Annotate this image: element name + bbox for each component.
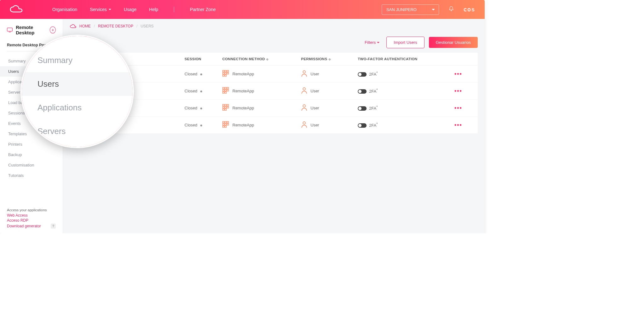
status-dot-icon	[200, 125, 202, 126]
svg-rect-2	[225, 70, 226, 72]
nav-partner-zone[interactable]: Partner Zone	[190, 7, 216, 12]
breadcrumb-remote-desktop[interactable]: REMOTE DESKTOP	[98, 24, 133, 28]
notifications-bell[interactable]	[448, 6, 454, 13]
svg-rect-35	[225, 126, 226, 127]
svg-rect-22	[223, 107, 224, 108]
cell-connection: RemoteApp	[222, 87, 301, 95]
cloud-icon	[70, 24, 76, 28]
sidebar-footer: Access your applications Web Access Acce…	[0, 205, 63, 229]
svg-point-36	[303, 122, 305, 124]
svg-rect-33	[227, 124, 229, 125]
tfa-label: 2FA*	[369, 106, 378, 111]
svg-rect-26	[225, 109, 226, 110]
svg-rect-6	[227, 73, 229, 74]
cell-permission: User	[301, 104, 358, 112]
svg-rect-20	[225, 104, 226, 106]
svg-rect-10	[223, 87, 224, 89]
apps-grid-icon	[222, 87, 229, 95]
sidebar-item-customisation[interactable]: Customisation	[0, 160, 63, 170]
tfa-toggle[interactable]	[358, 72, 367, 77]
help-chip[interactable]: ?	[51, 224, 56, 229]
magnifier-item: Users	[22, 72, 134, 96]
svg-rect-13	[223, 90, 224, 91]
tfa-toggle[interactable]	[358, 123, 367, 128]
brand-logo[interactable]	[9, 5, 24, 14]
col-header-session[interactable]: SESSION	[185, 57, 222, 61]
table-row: Closed RemoteAppUser2FA*•••	[70, 117, 478, 134]
cell-tfa: 2FA*	[358, 122, 454, 128]
link-download-generator[interactable]: Download generator	[7, 224, 41, 228]
brand-mark-small: ᴄᴏs	[464, 6, 475, 13]
breadcrumb-users: USERS	[140, 24, 153, 28]
row-actions-button[interactable]: •••	[454, 71, 462, 77]
nav-usage[interactable]: Usage	[124, 7, 136, 12]
row-actions-button[interactable]: •••	[454, 105, 462, 111]
cell-connection: RemoteApp	[222, 104, 301, 112]
sidebar-item-backup[interactable]: Backup	[0, 149, 63, 160]
magnifier-overlay: SummaryUsersApplicationsServersad balanc…	[20, 35, 134, 148]
breadcrumb-home[interactable]: HOME	[79, 24, 91, 28]
row-actions-button[interactable]: •••	[454, 88, 462, 94]
sidebar-item-tutorials[interactable]: Tutorials	[0, 170, 63, 181]
tfa-label: 2FA*	[369, 123, 378, 128]
cell-session: Closed	[185, 106, 222, 110]
nav-help[interactable]: Help	[149, 7, 158, 12]
sidebar-header: Remote Desktop +	[0, 25, 63, 38]
svg-rect-31	[223, 124, 224, 125]
toolbar: Filters Import Users Gestionar Usuarios	[70, 37, 478, 48]
magnifier-item: Summary	[37, 49, 133, 72]
import-users-button[interactable]: Import Users	[386, 37, 424, 48]
col-header-connection[interactable]: CONNECTION METHOD◆	[222, 57, 301, 61]
col-header-connection-label: CONNECTION METHOD	[222, 57, 265, 61]
filters-button[interactable]: Filters	[365, 40, 379, 45]
magnifier-list: SummaryUsersApplicationsServersad balanc…	[22, 36, 133, 147]
cell-permission: User	[301, 87, 358, 95]
status-dot-icon	[200, 108, 202, 109]
svg-rect-11	[225, 87, 226, 89]
svg-rect-4	[223, 73, 224, 74]
cell-actions: •••	[454, 105, 470, 111]
col-header-actions	[454, 57, 470, 61]
col-header-tfa[interactable]: TWO-FACTOR AUTHENTICATION	[358, 57, 454, 61]
filters-label: Filters	[365, 40, 376, 45]
nav-divider	[174, 7, 174, 12]
organisation-selector[interactable]: SAN JUNIPERO	[382, 4, 439, 15]
cell-permission: User	[301, 70, 358, 78]
svg-rect-23	[225, 107, 226, 108]
tfa-toggle[interactable]	[358, 106, 367, 111]
apps-grid-icon	[222, 121, 229, 129]
cell-connection: RemoteApp	[222, 70, 301, 78]
cell-tfa: 2FA*	[358, 71, 454, 77]
cell-tfa: 2FA*	[358, 88, 454, 94]
cell-connection: RemoteApp	[222, 121, 301, 129]
manage-users-button[interactable]: Gestionar Usuarios	[429, 37, 478, 48]
nav-organisation[interactable]: Organisation	[52, 7, 77, 12]
chevron-down-icon	[109, 9, 111, 11]
cell-session: Closed	[185, 123, 222, 127]
svg-rect-34	[223, 126, 224, 127]
top-bar: Organisation Services Usage Help Partner…	[0, 0, 485, 19]
apps-grid-icon	[222, 70, 229, 78]
col-header-permissions[interactable]: PERMISSIONS◆	[301, 57, 358, 61]
nav-services[interactable]: Services	[90, 7, 111, 12]
cloud-logo-icon	[9, 5, 24, 14]
user-icon	[301, 104, 307, 112]
cell-session: Closed	[185, 89, 222, 93]
svg-rect-7	[223, 75, 224, 76]
svg-point-18	[303, 88, 305, 90]
svg-rect-5	[225, 73, 226, 74]
svg-rect-15	[227, 90, 229, 91]
tfa-label: 2FA*	[369, 89, 378, 94]
user-icon	[301, 121, 307, 129]
add-remote-desktop-button[interactable]: +	[50, 26, 56, 33]
link-web-access[interactable]: Web Access	[7, 213, 56, 218]
user-icon	[301, 70, 307, 78]
tfa-toggle[interactable]	[358, 89, 367, 94]
status-dot-icon	[200, 90, 202, 92]
svg-rect-14	[225, 90, 226, 91]
svg-point-27	[303, 105, 305, 107]
row-actions-button[interactable]: •••	[454, 122, 462, 128]
svg-rect-21	[227, 104, 229, 106]
link-acceso-rdp[interactable]: Acceso RDP	[7, 218, 56, 223]
breadcrumb: HOME / REMOTE DESKTOP / USERS	[70, 24, 478, 28]
